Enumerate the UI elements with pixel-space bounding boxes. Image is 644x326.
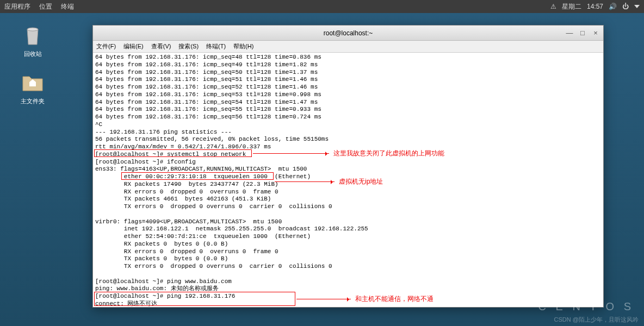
annotation-text-3: 和主机不能通信，网络不通 [355, 295, 434, 303]
volume-icon[interactable]: 🔊 [609, 3, 617, 10]
annotation-box-2 [121, 172, 274, 180]
panel-time: 14:57 [587, 3, 603, 10]
panel-terminal[interactable]: 终端 [61, 2, 74, 11]
annotation-arrow-2 [275, 181, 335, 182]
trash-icon-desktop[interactable]: 回收站 [11, 22, 54, 58]
folder-icon [20, 69, 46, 95]
menu-search[interactable]: 搜索(S) [178, 42, 199, 51]
menubar: 文件(F) 编辑(E) 查看(V) 搜索(S) 终端(T) 帮助(H) [93, 41, 603, 53]
menu-file[interactable]: 文件(F) [96, 42, 116, 51]
annotation-text-1: 这里我故意关闭了此虚拟机的上网功能 [333, 149, 444, 158]
window-title: root@localhost:~ [324, 29, 373, 37]
menu-terminal[interactable]: 终端(T) [206, 42, 226, 51]
centos-watermark: C E N T O S [538, 300, 634, 313]
home-label: 主文件夹 [11, 97, 54, 105]
network-icon[interactable]: ⚠ [550, 3, 556, 10]
annotation-arrow-3 [296, 299, 351, 299]
maximize-button[interactable]: □ [578, 29, 587, 37]
trash-label: 回收站 [11, 50, 54, 58]
panel-day: 星期二 [562, 2, 581, 11]
terminal-body[interactable]: 64 bytes from 192.168.31.176: icmp_seq=4… [93, 53, 603, 307]
panel-apps[interactable]: 应用程序 [4, 2, 30, 11]
menu-edit[interactable]: 编辑(E) [123, 42, 144, 51]
top-panel: 应用程序 位置 终端 ⚠ 星期二 14:57 🔊 ⏻ [0, 0, 644, 13]
panel-places[interactable]: 位置 [39, 2, 52, 11]
annotation-arrow-1 [253, 153, 329, 154]
minimize-button[interactable]: — [565, 29, 574, 37]
power-icon[interactable]: ⏻ [622, 3, 629, 10]
titlebar[interactable]: root@localhost:~ — □ × [93, 26, 603, 41]
close-button[interactable]: × [591, 29, 600, 37]
user-menu-icon[interactable] [634, 5, 640, 8]
home-folder-desktop[interactable]: 主文件夹 [11, 69, 54, 105]
terminal-window: root@localhost:~ — □ × 文件(F) 编辑(E) 查看(V)… [92, 25, 604, 308]
menu-help[interactable]: 帮助(H) [233, 42, 253, 51]
annotation-box-1 [94, 149, 252, 157]
menu-view[interactable]: 查看(V) [151, 42, 171, 51]
annotation-text-2: 虚拟机无ip地址 [339, 178, 383, 186]
svg-point-0 [27, 28, 38, 31]
annotation-box-3 [94, 292, 295, 306]
csdn-watermark: CSDN @陌上少年，且听这风吟 [554, 316, 639, 324]
trash-icon [20, 22, 46, 48]
